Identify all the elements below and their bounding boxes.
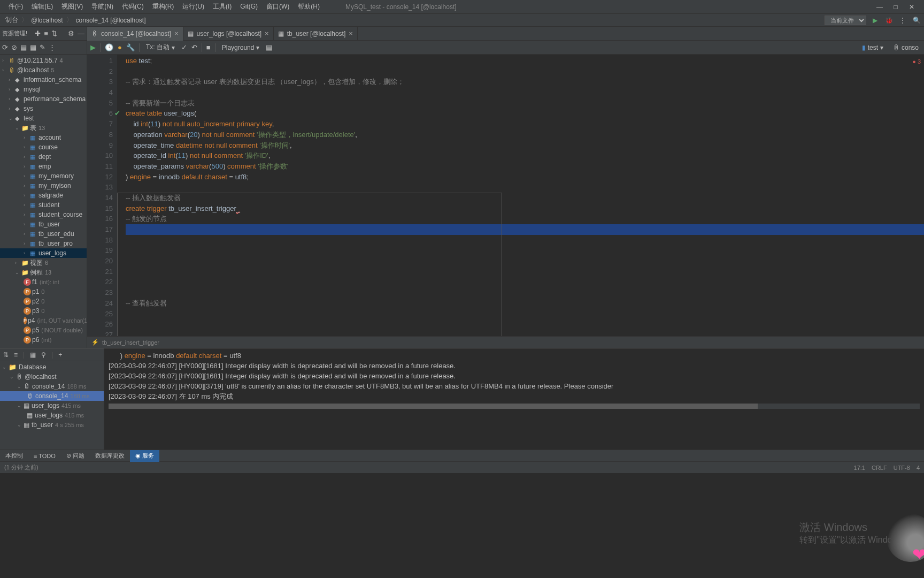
console-combo[interactable]: 🛢conso: [891, 44, 921, 51]
menu-item[interactable]: 件(F): [4, 3, 27, 10]
playground-combo[interactable]: Playground ▾: [220, 44, 262, 51]
menu-item[interactable]: 导航(N): [87, 3, 118, 10]
code-line[interactable]: [126, 319, 924, 330]
routine-item[interactable]: Pp10: [0, 287, 87, 296]
collapse-icon[interactable]: —: [78, 29, 84, 37]
schema-item[interactable]: ›◆performance_schema: [0, 94, 87, 104]
service-item[interactable]: ⌄▦user_logs 415 ms: [0, 401, 104, 410]
search-icon[interactable]: 🔍: [911, 17, 922, 24]
run-button[interactable]: ▶: [90, 43, 96, 51]
code-line[interactable]: operate_params varchar(500) comment '操作参…: [126, 161, 924, 172]
code-line[interactable]: -- 插入数据触发器: [126, 193, 924, 203]
host-item[interactable]: ›🛢@10.211.55.74: [0, 56, 87, 65]
line-separator[interactable]: CRLF: [872, 465, 887, 471]
menu-item[interactable]: 重构(R): [148, 3, 179, 10]
table-item[interactable]: ›▦tb_user: [0, 219, 87, 229]
table-item[interactable]: ›▦student: [0, 200, 87, 210]
editor-tab[interactable]: 🛢console_14 [@localhost]×: [87, 27, 183, 41]
database-tree[interactable]: ›🛢@10.211.55.74›🛢@localhost5›◆informatio…: [0, 55, 87, 348]
code-line[interactable]: operation varchar(20) not null comment '…: [126, 130, 924, 140]
code-line[interactable]: [126, 245, 924, 256]
table-item[interactable]: ›▦account: [0, 133, 87, 142]
code-line[interactable]: [126, 287, 924, 298]
code-line[interactable]: [126, 309, 924, 320]
layout-icon[interactable]: ▤: [266, 43, 272, 51]
views-folder[interactable]: ›📁视图6: [0, 258, 87, 268]
table-item[interactable]: ›▦my_myison: [0, 181, 87, 191]
schema-item[interactable]: ⌄◆test: [0, 113, 87, 123]
tx-mode-combo[interactable]: Tx: 自动 ▾: [144, 43, 177, 52]
expand-icon[interactable]: ≡: [14, 351, 18, 359]
context-label[interactable]: tb_user_insert_trigger: [102, 339, 159, 346]
code-line[interactable]: use test;: [126, 56, 924, 66]
code-line[interactable]: [126, 87, 924, 98]
stop-icon[interactable]: ■: [206, 43, 211, 51]
settings-icon[interactable]: ⚙: [68, 29, 74, 37]
run-config-select[interactable]: 当前文件: [825, 16, 866, 25]
routine-item[interactable]: Ff1(int): int: [0, 277, 87, 287]
console-output[interactable]: ) engine = innodb default charset = utf8…: [104, 348, 924, 450]
close-icon[interactable]: ×: [349, 29, 353, 37]
close-icon[interactable]: ×: [265, 29, 269, 37]
code-line[interactable]: -- 需求：通过触发器记录 user 表的数据变更日志 （user_logs），…: [126, 77, 924, 87]
commit-icon[interactable]: ✓: [181, 43, 187, 51]
service-item[interactable]: ⌄🛢@localhost: [0, 372, 104, 382]
editor-tab[interactable]: ▦tb_user [@localhost]×: [274, 27, 358, 41]
stop-icon[interactable]: ⊘: [11, 43, 17, 51]
table-item[interactable]: ›▦course: [0, 142, 87, 152]
table-item[interactable]: ›▦tb_user_edu: [0, 229, 87, 239]
code-line[interactable]: create trigger tb_user_insert_trigger_: [126, 203, 924, 214]
table-item[interactable]: ›▦dept: [0, 152, 87, 162]
script-icon[interactable]: ▤: [20, 43, 27, 51]
schema-item[interactable]: ›◆sys: [0, 104, 87, 113]
menu-item[interactable]: 帮助(H): [294, 3, 324, 10]
encoding[interactable]: UTF-8: [894, 465, 910, 471]
code-line[interactable]: [126, 267, 924, 277]
edit-icon[interactable]: ✎: [40, 43, 45, 51]
code-line[interactable]: [126, 330, 924, 336]
code-line[interactable]: create table user_logs(: [126, 108, 924, 119]
service-item[interactable]: ⌄📁Database: [0, 362, 104, 372]
schema-item[interactable]: ›◆information_schema: [0, 75, 87, 85]
rollback-icon[interactable]: ↶: [191, 43, 197, 51]
service-item[interactable]: ⌄🛢console_14 188 ms: [0, 382, 104, 391]
breadcrumb-item[interactable]: 制台: [2, 16, 21, 25]
more-icon[interactable]: ⋮: [49, 43, 56, 51]
schema-combo[interactable]: ▮test ▾: [860, 44, 886, 51]
explain-icon[interactable]: ●: [118, 43, 122, 51]
service-item[interactable]: ▦user_logs 415 ms: [0, 410, 104, 420]
menu-item[interactable]: 窗口(W): [262, 3, 294, 10]
add-icon[interactable]: +: [58, 351, 62, 359]
code-line[interactable]: ) engine = innodb default charset = utf8…: [126, 172, 924, 182]
table-icon[interactable]: ▦: [30, 43, 36, 51]
indent[interactable]: 4: [917, 465, 920, 471]
table-item[interactable]: ›▦user_logs: [0, 248, 87, 258]
menu-item[interactable]: 运行(U): [178, 3, 209, 10]
schema-item[interactable]: ›◆mysql: [0, 85, 87, 94]
debug-icon[interactable]: 🐞: [883, 17, 894, 24]
sort-icon[interactable]: ⇅: [51, 29, 57, 37]
wrench-icon[interactable]: 🔧: [126, 43, 135, 51]
code-editor[interactable]: 123456✔789101112131415161718192021222324…: [87, 55, 924, 336]
routine-item[interactable]: Pp20: [0, 296, 87, 306]
code-line[interactable]: id int(11) not null auto_increment prima…: [126, 119, 924, 130]
code-line[interactable]: -- 触发的节点: [126, 214, 924, 224]
code-line[interactable]: [126, 277, 924, 287]
tool-window-tab[interactable]: ⊘ 问题: [61, 450, 90, 462]
host-item[interactable]: ›🛢@localhost5: [0, 65, 87, 75]
add-icon[interactable]: ✚: [35, 29, 41, 37]
tables-folder[interactable]: ⌄📁表13: [0, 123, 87, 133]
minimize-button[interactable]: —: [872, 3, 888, 11]
menu-item[interactable]: Git(G): [236, 3, 262, 10]
routine-item[interactable]: Pp30: [0, 306, 87, 316]
service-item[interactable]: 🛢console_14 188 ms: [0, 391, 104, 401]
breadcrumb-item[interactable]: @localhost: [28, 17, 66, 24]
menu-item[interactable]: 工具(I): [209, 3, 236, 10]
refresh-icon[interactable]: ⟳: [2, 43, 8, 51]
code-line[interactable]: [126, 66, 924, 77]
error-indicator[interactable]: ● 3: [912, 57, 921, 67]
horizontal-scrollbar[interactable]: [109, 404, 920, 409]
code-line[interactable]: [126, 182, 924, 193]
table-item[interactable]: ›▦salgrade: [0, 191, 87, 200]
code-line[interactable]: [126, 235, 924, 246]
